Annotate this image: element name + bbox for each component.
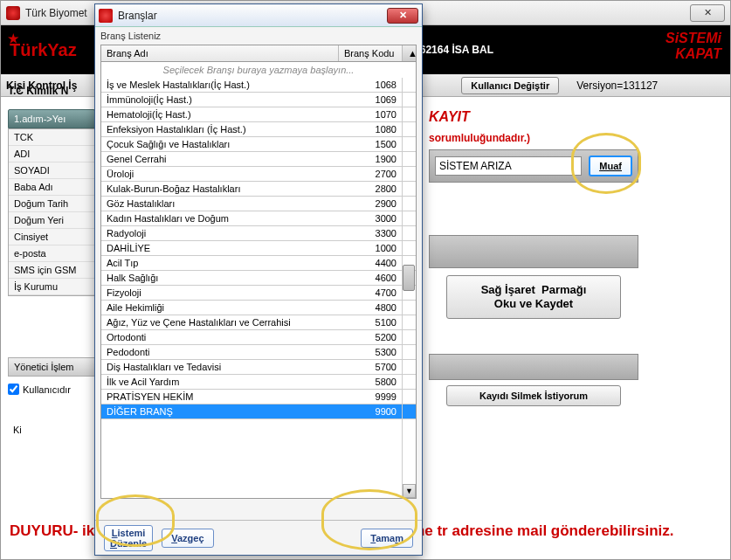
field-adi[interactable]: ADI [9,146,94,162]
cell-brans-adi: Göz Hastalıkları [101,197,339,211]
scrollbar-track [402,390,416,404]
scrollbar-track [402,167,416,181]
cell-brans-kodu: 9900 [339,404,402,418]
cell-brans-adi: İmmünoloji(İç Hast.) [101,93,339,107]
table-row[interactable]: İş ve Meslek Hastalıkları(İç Hast.)1068 [101,78,416,93]
cell-brans-kodu: 1070 [339,107,402,121]
cell-brans-kodu: 1068 [339,78,402,92]
cell-brans-kodu: 4700 [339,286,402,300]
dialog-footer: ListemiDüzenle Vazgeç Tamam [95,520,422,555]
scrollbar-track [402,182,416,196]
scroll-up-button[interactable]: ▲ [402,45,416,61]
table-row[interactable]: Aile Hekimliği4800 [101,301,416,315]
table-row[interactable]: Göz Hastalıkları2900 [101,197,416,211]
table-row[interactable]: Ortodonti5200 [101,330,416,345]
cell-brans-kodu: 1500 [339,137,402,151]
listemi-duzenle-button[interactable]: ListemiDüzenle [104,525,153,551]
table-row[interactable]: Üroloji2700 [101,167,416,182]
field-sms-i-in-gsm[interactable]: SMS için GSM [9,262,94,279]
table-row[interactable]: Halk Sağlığı4600 [101,271,416,286]
cell-brans-adi: Çocuk Sağlığı ve Hastalıkları [101,137,339,151]
col-brans-adi[interactable]: Branş Adı [101,45,339,61]
left-panel: 1.adım->Yeı TCKADISOYADIBaba AdıDoğum Ta… [8,109,95,439]
version-label: Versiyon=131127 [576,80,658,92]
logo-text: TürkYaz [10,40,77,60]
kayidi-sil-button[interactable]: Kayıdı Silmek İstiyorum [446,385,621,406]
field-e-posta[interactable]: e-posta [9,245,94,262]
muaf-button[interactable]: Muaf [589,156,632,176]
cell-brans-kodu: 1000 [339,241,402,255]
cell-brans-kodu: 2700 [339,167,402,181]
kullanici-degistir-button[interactable]: Kullanıcı Değiştir [461,77,559,94]
table-row[interactable]: Diş Hastalıkları ve Tedavisi5700 [101,360,416,375]
app-icon [6,6,20,20]
table-row[interactable]: Radyoloji3300 [101,226,416,241]
field-do-um-yeri[interactable]: Doğum Yeri [9,212,94,229]
dialog-subtitle: Branş Listeniz [95,27,422,45]
table-row[interactable]: PRATİSYEN HEKİM9999 [101,390,416,404]
table-row[interactable]: Pedodonti5300 [101,345,416,360]
table-row[interactable]: Kadın Hastalıkları ve Doğum3000 [101,211,416,226]
cell-brans-adi: Fizyoloji [101,286,339,300]
table-row[interactable]: Çocuk Sağlığı ve Hastalıkları1500 [101,137,416,152]
scrollbar-track [402,330,416,344]
cell-brans-adi: Ortodonti [101,330,339,344]
branslar-dialog: Branşlar ✕ Branş Listeniz Branş Adı Bran… [94,3,423,556]
cell-brans-adi: Aile Hekimliği [101,301,339,315]
scroll-down-button[interactable]: ▼ [403,484,416,498]
field-baba-ad-[interactable]: Baba Adı [9,179,94,196]
scrollbar-track [402,375,416,389]
table-row[interactable]: İmmünoloji(İç Hast.)1069 [101,93,416,107]
table-row[interactable]: İlk ve Acil Yardım5800 [101,375,416,390]
cell-brans-kodu: 5700 [339,360,402,374]
field-soyadi[interactable]: SOYADI [9,162,94,179]
scrollbar-track [402,78,416,92]
table-row[interactable]: Kulak-Burun-Boğaz Hastalıkları2800 [101,182,416,197]
cell-brans-kodu: 4400 [339,256,402,270]
scrollbar-track [402,301,416,315]
table-row[interactable]: Fizyoloji4700 [101,286,416,301]
cell-brans-kodu: 2900 [339,197,402,211]
cell-brans-kodu: 1900 [339,152,402,166]
table-row[interactable]: Genel Cerrahi1900 [101,152,416,167]
sag-isaret-button[interactable]: Sağ İşaret ParmağıOku ve Kaydet [446,275,621,319]
scrollbar-track[interactable]: ▼ [402,419,416,498]
gray-placeholder-1 [429,235,638,268]
cell-brans-kodu: 5200 [339,330,402,344]
cell-brans-adi: Kulak-Burun-Boğaz Hastalıkları [101,182,339,196]
field-tck[interactable]: TCK [9,129,94,146]
table-row[interactable]: DİĞER BRANŞ9900 [101,404,416,419]
scrollbar-thumb[interactable] [403,265,415,291]
cell-brans-kodu: 5800 [339,375,402,389]
main-close-button[interactable]: ✕ [690,4,725,22]
cell-brans-kodu: 5300 [339,345,402,359]
scrollbar-track [402,197,416,211]
field-do-um-tarih[interactable]: Doğum Tarih [9,196,94,212]
scrollbar-track [402,360,416,374]
list-blank: ▼ [101,419,416,498]
cell-brans-adi: Üroloji [101,167,339,181]
table-row[interactable]: DAHİLİYE1000 [101,241,416,256]
table-row[interactable]: Ağız, Yüz ve Çene Hastalıkları ve Cerrah… [101,315,416,330]
field-i-kurumu[interactable]: İş Kurumu [9,279,94,295]
tamam-button[interactable]: Tamam [361,529,413,548]
field-cinsiyet[interactable]: Cinsiyet [9,229,94,245]
sistemi-kapat-button[interactable]: SiSTEMi KAPAT [665,31,721,62]
kullanicidir-input[interactable] [8,384,19,395]
cell-brans-kodu: 3000 [339,211,402,225]
cell-brans-kodu: 5100 [339,315,402,329]
col-brans-kodu[interactable]: Branş Kodu [339,45,402,61]
scrollbar-track [402,404,416,418]
table-row[interactable]: Hematoloji(İç Hast.)1070 [101,107,416,122]
cell-brans-kodu: 3300 [339,226,402,240]
cell-brans-kodu: 9999 [339,390,402,404]
dialog-close-button[interactable]: ✕ [387,8,418,24]
search-placeholder[interactable]: Seçilecek Branşı buraya yazmaya başlayın… [100,62,417,78]
sistem-ariza-input[interactable] [435,156,582,176]
vazgec-button[interactable]: Vazgeç [162,529,213,548]
table-row[interactable]: Acil Tıp4400 [101,256,416,271]
kullanicidir-checkbox[interactable]: Kullanıcıdır [8,384,95,395]
cell-brans-kodu: 2800 [339,182,402,196]
table-row[interactable]: Enfeksiyon Hastalıkları (İç Hast.)1080 [101,122,416,137]
cell-brans-kodu: 4600 [339,271,402,285]
